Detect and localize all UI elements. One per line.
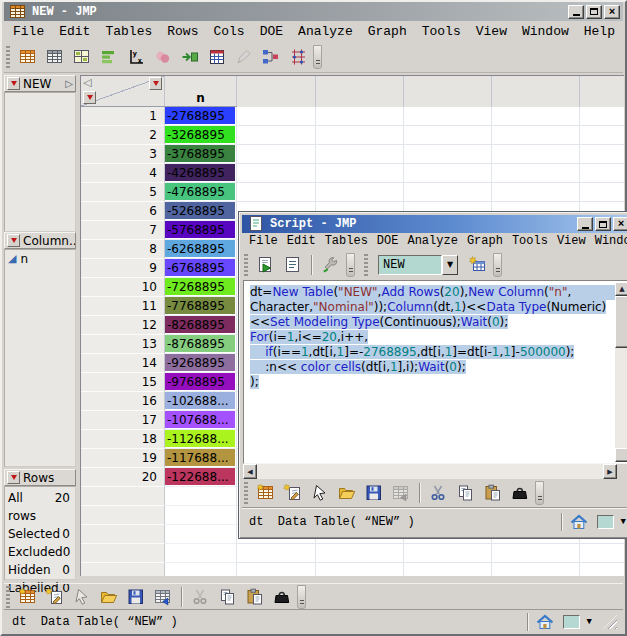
- red-triangle-menu-icon[interactable]: [7, 234, 20, 247]
- n-value-cell[interactable]: -4268895: [165, 164, 237, 183]
- cursor-icon[interactable]: [70, 585, 94, 609]
- empty-cell[interactable]: [580, 544, 624, 563]
- menu-edit[interactable]: Edit: [59, 24, 90, 39]
- empty-cell[interactable]: [492, 563, 580, 576]
- distribution-table-icon[interactable]: [43, 45, 67, 69]
- status-dropdown-icon[interactable]: ▼: [587, 617, 592, 627]
- menu-view[interactable]: View: [557, 234, 586, 248]
- menu-tables[interactable]: Tables: [105, 24, 152, 39]
- toolbar-overflow-icon[interactable]: [297, 585, 306, 609]
- row-number-cell[interactable]: 15: [81, 373, 165, 392]
- empty-column-header[interactable]: [492, 76, 580, 107]
- n-value-cell[interactable]: [165, 544, 237, 563]
- scroll-right-icon[interactable]: ▶: [603, 464, 617, 479]
- scrollbar-thumb[interactable]: [615, 296, 627, 348]
- empty-cell[interactable]: [580, 563, 624, 576]
- row-number-cell[interactable]: 12: [81, 316, 165, 335]
- row-number-cell[interactable]: 9: [81, 259, 165, 278]
- empty-cell[interactable]: [237, 164, 316, 183]
- empty-cell[interactable]: [492, 164, 580, 183]
- empty-cell[interactable]: [580, 107, 624, 126]
- red-triangle-menu-icon[interactable]: [149, 77, 162, 90]
- n-value-cell[interactable]: -5268895: [165, 202, 237, 221]
- row-number-cell[interactable]: 3: [81, 145, 165, 164]
- open-folder-icon[interactable]: [97, 585, 121, 609]
- window-color-swatch[interactable]: [597, 515, 614, 529]
- n-value-cell[interactable]: -112688...: [165, 430, 237, 449]
- empty-cell[interactable]: [404, 164, 492, 183]
- status-dropdown-icon[interactable]: ▼: [621, 517, 626, 527]
- toolbar-overflow-icon[interactable]: [493, 253, 502, 277]
- maximize-button[interactable]: [586, 5, 602, 19]
- row-number-cell[interactable]: 7: [81, 221, 165, 240]
- empty-cell[interactable]: [492, 107, 580, 126]
- n-value-cell[interactable]: -9268895: [165, 354, 237, 373]
- row-number-cell[interactable]: 18: [81, 430, 165, 449]
- panel-expand-icon[interactable]: ▷: [65, 78, 73, 89]
- n-value-cell[interactable]: -107688...: [165, 411, 237, 430]
- tools-wrench-icon[interactable]: [319, 253, 343, 277]
- cursor-icon[interactable]: [308, 481, 332, 505]
- paste-icon[interactable]: [243, 585, 267, 609]
- columns-panel-header[interactable]: Column...: [4, 232, 76, 249]
- toolbar-grip[interactable]: [6, 46, 10, 68]
- empty-cell[interactable]: [492, 544, 580, 563]
- journal-icon[interactable]: [508, 481, 532, 505]
- n-value-cell[interactable]: -2768895: [165, 107, 237, 126]
- row-number-cell[interactable]: 8: [81, 240, 165, 259]
- empty-cell[interactable]: [580, 164, 624, 183]
- fit-model-icon[interactable]: [178, 45, 202, 69]
- close-button[interactable]: ×: [604, 5, 620, 19]
- row-number-cell[interactable]: [81, 506, 165, 525]
- empty-cell[interactable]: [580, 145, 624, 164]
- menu-window[interactable]: Window: [595, 234, 627, 248]
- menu-file[interactable]: File: [249, 234, 278, 248]
- toolbar-grip[interactable]: [364, 254, 368, 276]
- menu-tools[interactable]: Tools: [422, 24, 461, 39]
- red-triangle-menu-icon[interactable]: [7, 77, 20, 90]
- script-editor[interactable]: dt=New Table("NEW",Add Rows(20),New Colu…: [243, 280, 627, 464]
- horizontal-scrollbar[interactable]: ◀ ▶: [243, 464, 617, 479]
- profiler-icon[interactable]: [259, 45, 283, 69]
- minimize-button[interactable]: [577, 217, 593, 231]
- red-triangle-menu-icon[interactable]: [83, 91, 96, 104]
- empty-cell[interactable]: [237, 183, 316, 202]
- empty-cell[interactable]: [316, 107, 404, 126]
- row-number-cell[interactable]: 17: [81, 411, 165, 430]
- n-value-cell[interactable]: -5768895: [165, 221, 237, 240]
- n-value-cell[interactable]: -4768895: [165, 183, 237, 202]
- empty-cell[interactable]: [237, 544, 316, 563]
- empty-cell[interactable]: [580, 183, 624, 202]
- row-number-cell[interactable]: 6: [81, 202, 165, 221]
- n-value-cell[interactable]: [165, 563, 237, 576]
- scroll-left-icon[interactable]: ◀: [243, 464, 257, 479]
- combobox-value[interactable]: NEW: [378, 255, 442, 275]
- n-value-cell[interactable]: -122688...: [165, 468, 237, 487]
- row-number-cell[interactable]: [81, 544, 165, 563]
- empty-cell[interactable]: [237, 145, 316, 164]
- n-value-cell[interactable]: -117688...: [165, 449, 237, 468]
- empty-cell[interactable]: [316, 183, 404, 202]
- menu-graph[interactable]: Graph: [467, 234, 503, 248]
- toolbar-overflow-icon[interactable]: [313, 45, 322, 69]
- save-script-table-icon[interactable]: [466, 253, 490, 277]
- empty-column-header[interactable]: [404, 76, 492, 107]
- maximize-button[interactable]: [595, 217, 611, 231]
- tabulate-icon[interactable]: [205, 45, 229, 69]
- column-list-item-n[interactable]: ◢ n: [5, 250, 75, 266]
- n-value-cell[interactable]: -6268895: [165, 240, 237, 259]
- scroll-down-icon[interactable]: [615, 448, 627, 462]
- table-link-icon[interactable]: [151, 585, 175, 609]
- row-number-cell[interactable]: 16: [81, 392, 165, 411]
- menu-graph[interactable]: Graph: [368, 24, 407, 39]
- row-number-cell[interactable]: 11: [81, 297, 165, 316]
- toolbar-grip[interactable]: [244, 482, 248, 504]
- copy-icon[interactable]: [454, 481, 478, 505]
- home-icon[interactable]: [569, 512, 590, 533]
- save-icon[interactable]: [124, 585, 148, 609]
- paste-icon[interactable]: [481, 481, 505, 505]
- bar-chart-icon[interactable]: [97, 45, 121, 69]
- empty-column-header[interactable]: [237, 76, 316, 107]
- journal-icon[interactable]: [270, 585, 294, 609]
- n-value-cell[interactable]: -102688...: [165, 392, 237, 411]
